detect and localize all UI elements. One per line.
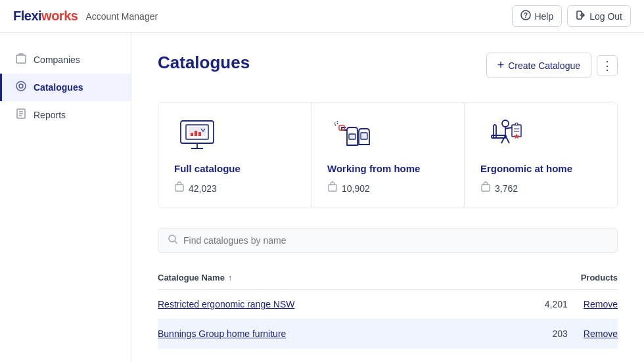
sidebar-item-catalogues[interactable]: Catalogues	[0, 74, 131, 101]
reports-icon	[15, 108, 27, 122]
more-options-button[interactable]: ⋮	[597, 55, 618, 76]
table-col-name: Catalogue Name ↑	[158, 273, 232, 283]
card-illustration-chair	[480, 116, 526, 155]
catalogue-card-wfh[interactable]: Working from home 10,902	[311, 102, 465, 208]
row-count-bunnings: 203	[535, 328, 568, 339]
remove-button-restricted[interactable]: Remove	[584, 299, 618, 309]
layout: Companies Catalogues Reports	[0, 33, 644, 362]
companies-icon	[15, 53, 27, 67]
remove-button-bunnings[interactable]: Remove	[584, 328, 618, 339]
table-row: Bunnings Group home furniture 203 Remove	[158, 319, 618, 349]
page-title: Catalogues	[158, 53, 250, 73]
table-row-right-2: 203 Remove	[535, 328, 618, 339]
svg-rect-15	[191, 133, 193, 136]
svg-rect-24	[494, 125, 496, 138]
products-icon-wfh	[327, 182, 338, 194]
main-content: Catalogues + Create Catalogue ⋮	[131, 33, 644, 362]
sidebar-label-companies: Companies	[34, 55, 80, 65]
sort-icon[interactable]: ↑	[228, 273, 232, 283]
svg-rect-30	[482, 185, 490, 191]
search-icon	[168, 234, 178, 247]
sidebar-label-catalogues: Catalogues	[34, 82, 83, 93]
card-illustration-monitor	[174, 116, 220, 155]
catalogue-link-restricted[interactable]: Restricted ergonomic range NSW	[158, 299, 295, 309]
svg-rect-19	[349, 134, 356, 139]
svg-text:?: ?	[524, 12, 528, 19]
header-left: Flexiworks Account Manager	[13, 9, 158, 24]
sidebar-item-companies[interactable]: Companies	[0, 46, 131, 74]
logout-button[interactable]: Log Out	[567, 5, 631, 27]
card-count-wfh: 10,902	[327, 182, 370, 194]
svg-rect-16	[195, 131, 197, 136]
top-row: Catalogues + Create Catalogue ⋮	[158, 53, 618, 89]
products-icon-ergonomic	[480, 182, 491, 194]
sidebar-item-reports[interactable]: Reports	[0, 101, 131, 129]
search-input[interactable]	[183, 235, 608, 246]
plus-icon: +	[497, 58, 505, 72]
card-count-full: 42,023	[174, 182, 217, 194]
catalogue-cards: Full catalogue 42,023	[158, 102, 618, 208]
catalogues-icon	[15, 80, 27, 95]
header-subtitle: Account Manager	[85, 11, 158, 22]
products-icon-full	[174, 182, 185, 194]
svg-point-4	[16, 81, 26, 91]
create-catalogue-button[interactable]: + Create Catalogue	[486, 53, 591, 78]
catalogue-actions: + Create Catalogue ⋮	[486, 53, 618, 78]
more-icon: ⋮	[601, 58, 613, 73]
create-catalogue-label: Create Catalogue	[508, 60, 580, 71]
table-header: Catalogue Name ↑ Products	[158, 266, 618, 290]
card-name-ergonomic: Ergonomic at home	[480, 163, 572, 174]
header: Flexiworks Account Manager ? Help Log Ou…	[0, 0, 644, 33]
card-illustration-spray	[327, 116, 373, 155]
svg-point-27	[515, 123, 518, 125]
svg-rect-21	[361, 133, 367, 139]
logout-label: Log Out	[589, 11, 622, 22]
card-name-wfh: Working from home	[327, 163, 420, 174]
card-name-full: Full catalogue	[174, 163, 241, 174]
table-row: Restricted ergonomic range NSW 4,201 Rem…	[158, 290, 618, 319]
help-icon: ?	[520, 10, 531, 22]
row-count-restricted: 4,201	[535, 299, 568, 309]
svg-rect-17	[198, 132, 201, 136]
svg-rect-22	[329, 185, 336, 191]
svg-point-5	[19, 84, 23, 88]
logo: Flexiworks	[13, 9, 78, 24]
help-button[interactable]: ? Help	[512, 5, 562, 27]
help-label: Help	[534, 11, 553, 22]
catalogue-card-full[interactable]: Full catalogue 42,023	[158, 102, 311, 208]
catalogue-card-ergonomic[interactable]: Ergonomic at home 3,762	[465, 102, 617, 208]
table-col-products: Products	[581, 273, 618, 283]
header-right: ? Help Log Out	[512, 5, 631, 27]
sidebar: Companies Catalogues Reports	[0, 33, 131, 362]
svg-point-23	[502, 120, 509, 127]
search-bar	[158, 228, 618, 253]
svg-rect-18	[175, 185, 183, 191]
catalogue-link-bunnings[interactable]: Bunnings Group home furniture	[158, 328, 286, 339]
sidebar-label-reports: Reports	[34, 110, 66, 120]
col-name-label: Catalogue Name	[158, 273, 225, 283]
logout-icon	[576, 10, 586, 22]
svg-rect-3	[16, 55, 26, 63]
table-row-right-1: 4,201 Remove	[535, 299, 618, 309]
card-count-ergonomic: 3,762	[480, 182, 518, 194]
